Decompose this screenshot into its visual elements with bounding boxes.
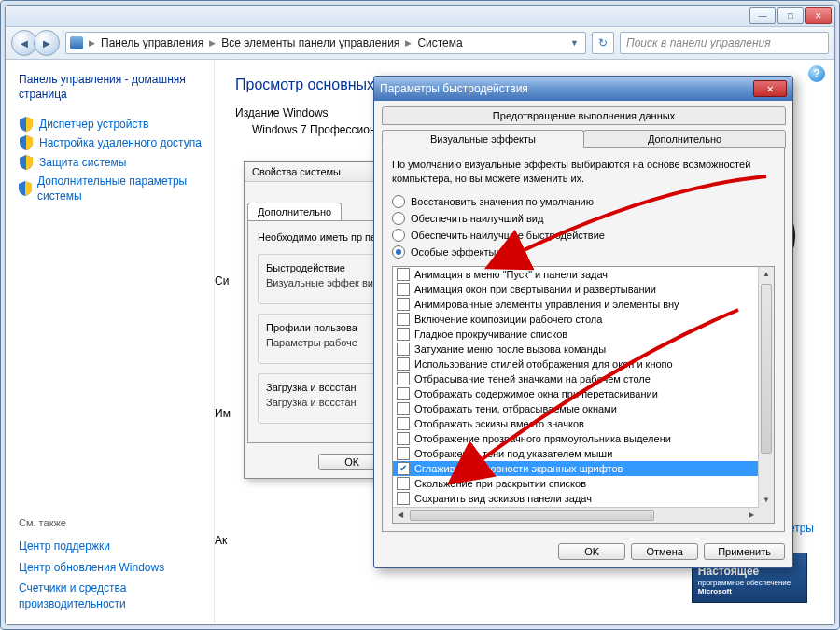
effect-item[interactable]: Отбрасывание теней значками на рабочем с… [393, 371, 759, 386]
radio-icon [392, 229, 405, 242]
radio-label: Восстановить значения по умолчанию [411, 196, 594, 207]
chevron-right-icon: ▶ [403, 38, 413, 48]
effect-item[interactable]: Анимированные элементы управления и элем… [393, 297, 759, 312]
effect-item[interactable]: Скольжение при раскрытии списков [393, 476, 759, 491]
effect-item[interactable]: ✔ Сглаживать неровности экранных шрифтов [393, 461, 759, 476]
effect-item[interactable]: Отображать эскизы вместо значков [393, 416, 759, 431]
effect-label: Сглаживать неровности экранных шрифтов [414, 463, 623, 474]
dialog-title: Параметры быстродействия [380, 82, 528, 95]
checkbox-icon[interactable] [397, 402, 410, 415]
refresh-button[interactable]: ↻ [592, 32, 614, 54]
radio-icon [392, 212, 405, 225]
chevron-right-icon: ▶ [207, 38, 217, 48]
effect-item[interactable]: Затухание меню после вызова команды [393, 342, 759, 357]
effect-label: Отображать тени, отбрасываемые окнами [414, 403, 617, 414]
see-also-link[interactable]: Счетчики и средства производительности [19, 578, 210, 615]
address-dropdown-icon[interactable]: ▼ [567, 38, 581, 48]
sidebar-link[interactable]: Защита системы [19, 153, 210, 172]
tab-dep[interactable]: Предотвращение выполнения данных [382, 106, 786, 125]
effect-item[interactable]: Отображать содержимое окна при перетаски… [393, 386, 759, 401]
checkbox-icon[interactable] [397, 387, 410, 400]
close-button[interactable]: ✕ [753, 80, 787, 97]
vertical-scrollbar[interactable]: ▲ ▼ [758, 267, 774, 508]
checkbox-icon[interactable]: ✔ [397, 462, 410, 475]
checkbox-icon[interactable] [397, 328, 410, 341]
help-icon[interactable]: ? [808, 65, 825, 82]
control-panel-icon [70, 36, 83, 49]
breadcrumb[interactable]: Панель управления [101, 36, 203, 49]
radio-option[interactable]: Обеспечить наилучшее быстродействие [392, 229, 775, 242]
checkbox-icon[interactable] [397, 283, 410, 296]
maximize-button[interactable]: □ [777, 7, 804, 24]
search-input[interactable]: Поиск в панели управления [620, 32, 829, 54]
radio-option[interactable]: Восстановить значения по умолчанию [392, 195, 775, 208]
nav-forward-button[interactable]: ► [34, 30, 60, 56]
address-bar: ◄ ► ▶ Панель управления ▶ Все элементы п… [6, 27, 834, 60]
sidebar-link-label: Защита системы [39, 155, 126, 170]
checkbox-icon[interactable] [397, 447, 410, 460]
radio-option[interactable]: Обеспечить наилучший вид [392, 212, 775, 225]
effect-item[interactable]: Анимация окон при свертывании и разверты… [393, 282, 759, 297]
effect-item[interactable]: Отображать тени, отбрасываемые окнами [393, 401, 759, 416]
checkbox-icon[interactable] [397, 372, 410, 385]
checkbox-icon[interactable] [397, 313, 410, 326]
effect-item[interactable]: Анимация в меню "Пуск" и панели задач [393, 267, 759, 282]
performance-options-dialog: Параметры быстродействия ✕ Предотвращени… [373, 76, 793, 568]
partial-text: Им [215, 407, 231, 420]
sidebar-home-link[interactable]: Панель управления - домашняя страница [19, 73, 210, 102]
sidebar-link[interactable]: Диспетчер устройств [19, 115, 210, 133]
effect-item[interactable]: Сохранить вид эскизов панели задач [393, 491, 759, 506]
effect-item[interactable]: Отображение прозрачного прямоугольника в… [393, 431, 759, 446]
checkbox-icon[interactable] [397, 477, 410, 490]
scroll-thumb[interactable] [410, 510, 654, 521]
horizontal-scrollbar[interactable]: ◀ ▶ [393, 507, 759, 523]
tab-advanced[interactable]: Дополнительно [583, 130, 786, 148]
effects-listbox[interactable]: Анимация в меню "Пуск" и панели задач Ан… [392, 266, 775, 524]
effect-label: Затухание меню после вызова команды [414, 343, 606, 355]
scroll-right-icon[interactable]: ▶ [744, 508, 759, 523]
apply-button[interactable]: Применить [704, 543, 785, 560]
ok-button[interactable]: OK [558, 543, 625, 560]
see-also-link[interactable]: Центр обновления Windows [19, 557, 210, 579]
breadcrumb[interactable]: Система [417, 36, 462, 49]
shield-icon [19, 135, 34, 150]
sidebar-link[interactable]: Дополнительные параметры системы [19, 172, 210, 205]
description-text: По умолчанию визуальные эффекты выбирают… [392, 158, 775, 186]
effect-label: Отображение тени под указателем мыши [414, 448, 612, 459]
close-button[interactable]: ✕ [805, 7, 832, 24]
desktop: — □ ✕ ◄ ► ▶ Панель управления ▶ Все элем… [0, 0, 840, 630]
checkbox-icon[interactable] [397, 298, 410, 311]
effect-label: Гладкое прокручивание списков [414, 329, 567, 340]
sidebar-link[interactable]: Настройка удаленного доступа [19, 133, 210, 152]
address-field[interactable]: ▶ Панель управления ▶ Все элементы панел… [65, 32, 586, 54]
tab-advanced[interactable]: Дополнительно [247, 203, 342, 220]
radio-label: Особые эффекты: [411, 246, 498, 258]
checkbox-icon[interactable] [397, 268, 410, 281]
effect-label: Отбрасывание теней значками на рабочем с… [414, 373, 651, 385]
shield-icon [19, 155, 34, 170]
dialog-titlebar[interactable]: Параметры быстродействия ✕ [374, 77, 792, 101]
checkbox-icon[interactable] [397, 432, 410, 445]
scroll-up-icon[interactable]: ▲ [759, 267, 774, 282]
see-also-link[interactable]: Центр поддержки [19, 536, 210, 557]
cancel-button[interactable]: Отмена [631, 543, 698, 560]
effect-item[interactable]: Включение композиции рабочего стола [393, 312, 759, 327]
radio-icon [392, 195, 405, 208]
breadcrumb[interactable]: Все элементы панели управления [221, 36, 399, 49]
effect-label: Отображать содержимое окна при перетаски… [414, 388, 658, 399]
effect-item[interactable]: Отображение тени под указателем мыши [393, 446, 759, 461]
scroll-down-icon[interactable]: ▼ [759, 493, 774, 508]
scroll-left-icon[interactable]: ◀ [393, 508, 408, 523]
radio-option[interactable]: Особые эффекты: [392, 245, 775, 259]
minimize-button[interactable]: — [749, 7, 776, 24]
checkbox-icon[interactable] [397, 343, 410, 356]
tab-visual-effects[interactable]: Визуальные эффекты [382, 130, 584, 148]
checkbox-icon[interactable] [397, 492, 410, 505]
checkbox-icon[interactable] [397, 417, 410, 430]
checkbox-icon[interactable] [397, 357, 410, 371]
effect-item[interactable]: Использование стилей отображения для око… [393, 357, 759, 371]
effect-label: Анимация окон при свертывании и разверты… [414, 284, 656, 295]
scroll-thumb[interactable] [761, 284, 772, 454]
effect-item[interactable]: Гладкое прокручивание списков [393, 327, 759, 342]
effect-label: Включение композиции рабочего стола [414, 314, 602, 325]
